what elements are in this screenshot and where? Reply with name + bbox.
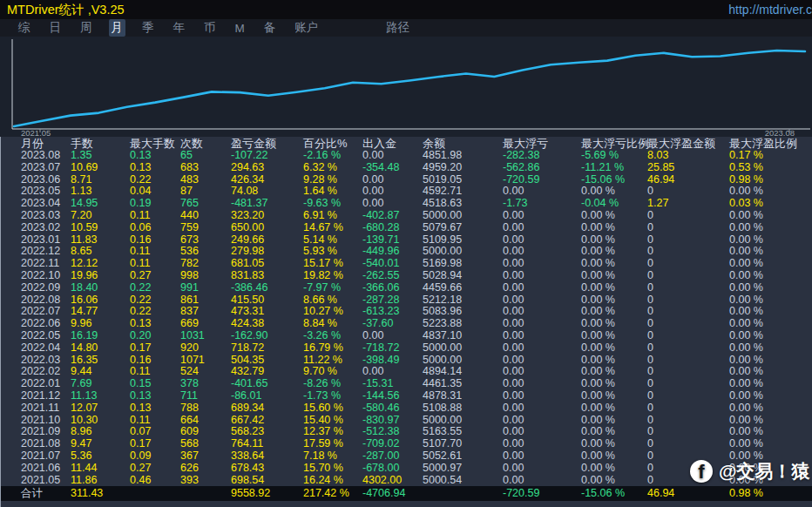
equity-chart: 2021.05 2023.08	[0, 37, 812, 137]
cell-1: 14.80	[71, 342, 130, 355]
menu-item-综[interactable]: 综	[16, 19, 33, 37]
cell-11: 0.00 %	[729, 426, 812, 438]
menu-item-日[interactable]: 日	[47, 19, 64, 37]
cell-2: 0.13	[130, 390, 180, 402]
cell-9: 0.00 %	[581, 475, 647, 487]
cell-4: 9558.92	[231, 486, 303, 501]
cell-1: 8.65	[71, 246, 130, 258]
cell-5: 6.91 %	[303, 210, 362, 222]
table-row: 2023.0710.690.13683294.636.32 %-354.4849…	[1, 162, 812, 174]
cell-3: 669	[180, 318, 231, 330]
cell-0: 2022.03	[1, 355, 71, 367]
cell-11: 0.00 %	[729, 355, 812, 367]
cell-10: 0	[647, 282, 729, 294]
cell-1: 14.95	[71, 198, 130, 210]
cell-3: 393	[180, 475, 231, 487]
cell-2: 0.17	[130, 342, 180, 355]
menu-item-币[interactable]: 币	[201, 19, 219, 37]
cell-8: 0.00	[503, 294, 581, 307]
cell-1: 10.30	[71, 415, 130, 427]
col-header-1: 手数	[71, 137, 130, 150]
cell-9: -5.69 %	[581, 150, 647, 162]
cell-5: 1.64 %	[303, 186, 362, 198]
menu-item-季[interactable]: 季	[139, 19, 157, 37]
cell-2: 0.13	[130, 318, 180, 330]
cell-0: 2023.01	[1, 234, 71, 247]
cell-2: 0.17	[130, 438, 180, 450]
cell-4: 718.72	[231, 342, 303, 355]
cell-3: 782	[180, 258, 231, 270]
cell-3	[180, 486, 231, 501]
cell-3: 861	[180, 294, 231, 307]
cell-8: -1.73	[503, 198, 581, 210]
menu-bar: 综日周月季年币M备账户路径	[0, 19, 812, 37]
cell-8: -562.86	[503, 162, 581, 174]
cell-10: 25.85	[647, 162, 729, 174]
menu-item-路径[interactable]: 路径	[383, 19, 412, 37]
cell-4: -386.46	[231, 282, 303, 294]
cell-11: 0.00 %	[729, 186, 812, 198]
cell-7: 5163.55	[423, 426, 503, 438]
col-header-6: 出入金	[362, 137, 423, 150]
cell-1: 9.44	[71, 366, 130, 378]
menu-item-账户[interactable]: 账户	[292, 19, 321, 37]
cell-10: 0	[647, 270, 729, 282]
cell-10: 0	[647, 366, 729, 378]
cell-5: 12.37 %	[303, 426, 362, 438]
cell-5: 7.18 %	[303, 450, 362, 463]
cell-3: 536	[180, 246, 231, 258]
cell-10: 0	[647, 342, 729, 355]
cell-1: 14.77	[71, 306, 130, 318]
cell-6: -4706.94	[362, 486, 423, 501]
cell-9: 0.00 %	[581, 426, 647, 438]
cell-7: 5000.00	[423, 342, 503, 355]
menu-item-月[interactable]: 月	[109, 19, 126, 37]
cell-1: 12.07	[71, 402, 130, 415]
cell-5: 9.28 %	[303, 174, 362, 186]
menu-item-周[interactable]: 周	[78, 19, 95, 37]
cell-7: 4459.66	[423, 282, 503, 294]
col-header-4: 盈亏金额	[231, 137, 303, 150]
menu-item-备[interactable]: 备	[261, 19, 279, 37]
cell-2: 0.11	[130, 258, 180, 270]
cell-9: 0.00 %	[581, 210, 647, 222]
cell-1: 7.69	[71, 378, 130, 390]
cell-10: 1.27	[647, 198, 729, 210]
cell-8: 0.00	[503, 426, 581, 438]
cell-1: 9.96	[71, 318, 130, 330]
cell-6: -366.06	[362, 282, 423, 294]
cell-8: 0.00	[503, 463, 581, 475]
cell-3: 626	[180, 463, 231, 475]
cell-7: 4837.10	[423, 330, 503, 342]
cell-11: 0.00 %	[729, 438, 812, 450]
cell-9: 0.00 %	[581, 415, 647, 427]
cell-1: 12.12	[71, 258, 130, 270]
cell-8: 0.00	[503, 355, 581, 367]
cell-0: 2022.12	[1, 246, 71, 258]
cell-3: 765	[180, 198, 231, 210]
cell-6: -678.00	[362, 463, 423, 475]
table-row: 2023.081.350.1365-107.22-2.16 %0.004851.…	[1, 150, 812, 162]
cell-7: 5212.18	[423, 294, 503, 307]
cell-1: 19.96	[71, 270, 130, 282]
cell-11: 0.03 %	[729, 198, 812, 210]
cell-9: -15.06 %	[581, 174, 647, 186]
cell-0: 2021.07	[1, 450, 71, 463]
cell-11: 0.00 %	[729, 294, 812, 307]
cell-4: 698.54	[231, 475, 303, 487]
mtdriver-link[interactable]: http://mtdriver.c	[728, 0, 812, 19]
cell-6: -449.96	[362, 246, 423, 258]
menu-item-年[interactable]: 年	[171, 19, 188, 37]
cell-5: 9.70 %	[303, 366, 362, 378]
cell-2: 0.11	[130, 210, 180, 222]
cell-6: -287.28	[362, 294, 423, 307]
cell-8: 0.00	[503, 246, 581, 258]
cell-6: -15.31	[362, 378, 423, 390]
cell-7: 5000.00	[423, 210, 503, 222]
cell-8: 0.00	[503, 378, 581, 390]
app-title: MTDriver统计 ,V3.25	[0, 0, 125, 19]
menu-item-M[interactable]: M	[233, 21, 247, 36]
cell-5: 15.60 %	[303, 402, 362, 415]
cell-4: -162.90	[231, 330, 303, 342]
cell-0: 2021.05	[1, 475, 71, 487]
